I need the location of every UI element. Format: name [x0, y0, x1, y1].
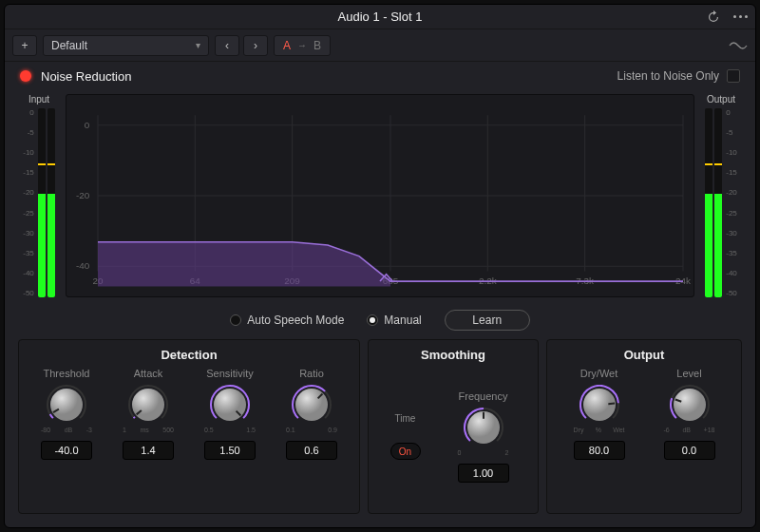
knob-frequency: Frequency 0 2 1.00: [450, 390, 517, 483]
window-title: Audio 1 - Slot 1: [338, 10, 423, 24]
svg-text:0: 0: [85, 120, 90, 130]
input-meter-label: Input: [28, 94, 49, 104]
knob-dial[interactable]: [464, 408, 504, 447]
knob-dial[interactable]: [292, 385, 332, 425]
knob-dial[interactable]: [580, 385, 619, 425]
knob-label: Dry/Wet: [580, 368, 618, 379]
knob-value[interactable]: 0.0: [664, 441, 715, 460]
effect-header: Noise Reduction Listen to Noise Only: [5, 62, 755, 90]
meter-scale: 0-5 -10-15 -20-25 -30-35 -40-50: [23, 108, 36, 297]
knob-label: Threshold: [44, 368, 90, 379]
chevron-down-icon: ▾: [196, 40, 200, 50]
knob-label: Ratio: [299, 368, 324, 379]
svg-point-22: [132, 389, 164, 421]
svg-text:-40: -40: [76, 261, 90, 272]
more-icon[interactable]: [731, 8, 750, 27]
compare-a-button[interactable]: A: [280, 39, 294, 52]
next-preset-button[interactable]: ›: [243, 35, 268, 56]
knob-dial[interactable]: [128, 385, 168, 425]
automation-icon[interactable]: [729, 36, 748, 55]
listen-noise-checkbox[interactable]: [727, 69, 740, 83]
listen-noise-label: Listen to Noise Only: [618, 69, 719, 83]
svg-line-31: [608, 404, 615, 405]
effect-name: Noise Reduction: [41, 69, 131, 84]
svg-point-30: [583, 389, 616, 421]
time-toggle[interactable]: On: [390, 443, 421, 460]
preset-row: + Default ▾ ‹ › A → B: [5, 29, 755, 62]
meter-scale-out: 0-5 -10-15 -20-25 -30-35 -40-50: [724, 108, 737, 297]
svg-point-24: [214, 389, 246, 421]
svg-point-32: [674, 389, 706, 421]
prev-preset-button[interactable]: ‹: [215, 35, 239, 56]
knob-label: Level: [676, 368, 701, 379]
svg-point-26: [295, 389, 328, 421]
smoothing-title: Smoothing: [378, 348, 528, 362]
knob-label: Sensitivity: [206, 368, 254, 379]
knob-value[interactable]: 1.50: [204, 441, 256, 460]
knob-value[interactable]: 0.6: [286, 441, 337, 460]
knob-value[interactable]: 1.00: [458, 464, 509, 483]
knob-label: Attack: [134, 368, 163, 379]
input-meter: Input 0-5 -10-15 -20-25 -30-35 -40-50: [18, 94, 60, 297]
mode-row: Auto Speech Mode Manual Learn: [5, 305, 755, 335]
learn-button[interactable]: Learn: [445, 310, 530, 331]
knob-threshold: Threshold -80 dB -3 -40.0: [33, 368, 100, 505]
detection-title: Detection: [28, 348, 350, 362]
knob-ratio: Ratio 0.1 0.9 0.6: [278, 368, 345, 505]
manual-radio[interactable]: Manual: [367, 314, 421, 327]
svg-point-20: [50, 389, 83, 421]
ab-arrow-icon: →: [297, 40, 307, 50]
output-meter: Output 0-5 -10-15 -20-25 -30-35 -40-50: [700, 94, 742, 297]
knob-value[interactable]: 80.0: [574, 441, 625, 460]
enable-indicator[interactable]: [20, 70, 31, 82]
knob-value[interactable]: 1.4: [123, 441, 174, 460]
svg-text:-20: -20: [76, 190, 90, 200]
compare-b-button[interactable]: B: [311, 39, 324, 52]
smoothing-panel: Smoothing Time On Frequency 0 2 1.00: [368, 339, 539, 514]
time-label: Time: [395, 413, 416, 424]
preset-name: Default: [51, 39, 87, 52]
titlebar: Audio 1 - Slot 1: [5, 5, 755, 29]
knob-value[interactable]: -40.0: [41, 441, 92, 460]
knob-dial[interactable]: [670, 385, 710, 425]
spectrum-graph[interactable]: 0 -20 -40 20 64 209 685 2.2k 7.3k 24k: [66, 94, 694, 297]
output-title: Output: [557, 348, 732, 362]
knob-dial[interactable]: [210, 385, 250, 425]
auto-speech-radio[interactable]: Auto Speech Mode: [230, 314, 344, 327]
output-meter-label: Output: [707, 94, 735, 104]
ab-compare: A → B: [274, 35, 331, 56]
knob-dry-wet: Dry/Wet Dry % Wet 80.0: [566, 368, 633, 505]
knob-level: Level -6 dB +18 0.0: [656, 368, 723, 505]
knob-label: Frequency: [459, 390, 508, 402]
knob-attack: Attack 1 ms 500 1.4: [115, 368, 181, 505]
reset-icon[interactable]: [704, 8, 723, 27]
knob-sensitivity: Sensitivity 0.5 1.5 1.50: [197, 368, 263, 505]
output-panel: Output Dry/Wet Dry % Wet 80.0 Level -6 d…: [546, 339, 742, 514]
preset-dropdown[interactable]: Default ▾: [43, 35, 209, 56]
detection-panel: Detection Threshold -80 dB -3 -40.0 Atta…: [18, 339, 360, 514]
knob-dial[interactable]: [47, 385, 86, 425]
add-preset-button[interactable]: +: [12, 35, 37, 56]
